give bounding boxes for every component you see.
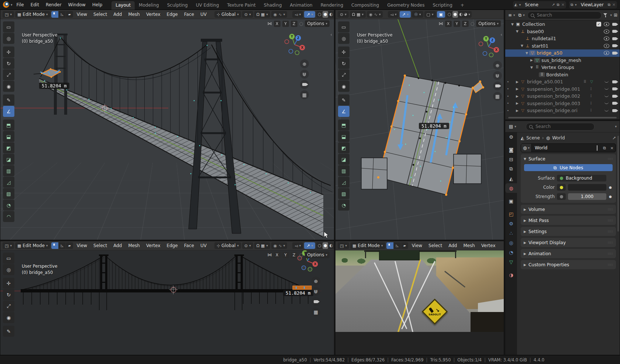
chevron-down-icon[interactable]: ▼: [510, 22, 515, 26]
show-overlays-dropdown[interactable]: ◅▾: [388, 11, 399, 18]
tool-cursor[interactable]: ◎: [338, 33, 349, 44]
tool-rotate[interactable]: ↻: [338, 58, 349, 69]
workspace-tab-animation[interactable]: Animation: [286, 1, 317, 10]
editor-type-button[interactable]: ◳▾: [3, 11, 14, 18]
menu-edit[interactable]: Edit: [27, 1, 42, 8]
color-socket[interactable]: [557, 184, 566, 191]
options-dropdown[interactable]: Options▾: [305, 252, 330, 258]
navbtn-hand[interactable]: ⋓: [493, 71, 502, 80]
menu-uv[interactable]: UV: [198, 12, 209, 17]
menu-render[interactable]: Render: [42, 1, 65, 8]
tool-smooth[interactable]: ◠: [3, 211, 14, 222]
outliner-row-bordstein[interactable]: ⠿Bordstein: [505, 71, 620, 79]
gizmo-toggle[interactable]: ↗▾: [304, 242, 315, 249]
tool-move[interactable]: ✢: [338, 46, 349, 58]
tool-measure[interactable]: ∠: [338, 106, 349, 117]
mirror-z-button[interactable]: Z: [291, 252, 297, 258]
tool-loop-cut[interactable]: ▥: [3, 165, 14, 176]
properties-tab-object[interactable]: ◰: [505, 209, 517, 219]
scene-selector[interactable]: ◭▾ Scene ⊸ ⧉ ×: [513, 1, 566, 8]
collection-checkbox[interactable]: ✓: [596, 22, 601, 27]
panel-grip[interactable]: ∷∷: [608, 157, 613, 161]
rendered-shading-icon[interactable]: ◕: [464, 11, 468, 18]
viewport-bottom-right[interactable]: ◳▾▦Edit Mode▾▘◺▰ViewSelectAddMeshVertex …: [335, 241, 504, 355]
tool-knife[interactable]: ◿: [338, 177, 349, 188]
animate-dot-icon[interactable]: ●: [609, 195, 612, 198]
tool-select-box[interactable]: ▭: [3, 21, 14, 32]
outliner-row-suspension-bridge-001[interactable]: •▶▽suspension_bridge.001⠇: [505, 86, 620, 93]
mirror-y-button[interactable]: Y: [282, 252, 289, 258]
solid-shading-icon[interactable]: ●: [323, 242, 328, 249]
workspace-tab-layout[interactable]: Layout: [111, 1, 135, 10]
face-select-button[interactable]: ▰: [66, 11, 73, 18]
navigation-gizmo[interactable]: XYZ: [475, 34, 502, 61]
menu-add[interactable]: Add: [111, 12, 124, 17]
properties-tab-view-layer[interactable]: ⧉: [505, 164, 517, 174]
options-dropdown[interactable]: Options▾: [305, 20, 330, 27]
camera-visibility-icon[interactable]: [612, 44, 617, 47]
chevron-down-icon[interactable]: ▼: [515, 30, 520, 33]
eye-open-icon[interactable]: [604, 51, 609, 55]
chevron-down-icon[interactable]: ▼: [520, 44, 524, 48]
duplicate-viewlayer-icon[interactable]: ⧉: [608, 3, 610, 7]
tool-transform[interactable]: ◉: [3, 312, 14, 323]
panel-settings[interactable]: ▶Settings∷∷: [521, 227, 616, 236]
outliner-row-vertex-groups[interactable]: ▼⠿Vertex Groups: [505, 64, 620, 71]
snap-orb-dropdown[interactable]: ☉▾: [412, 11, 423, 18]
properties-tab-object-data[interactable]: ▽: [505, 257, 517, 267]
surface-panel-header[interactable]: ▼ Surface ∷∷: [521, 155, 616, 163]
properties-tab-render[interactable]: ◙: [505, 145, 517, 155]
snap-controls[interactable]: Ω▦▾: [254, 242, 270, 249]
tool-scale[interactable]: ⤢: [3, 301, 14, 312]
mirror-x-button[interactable]: X: [274, 252, 280, 258]
workspace-tab-uv-editing[interactable]: UV Editing: [192, 1, 223, 10]
search-input[interactable]: [536, 12, 599, 18]
display-mode-dropdown[interactable]: ≡▾: [507, 12, 516, 18]
tool-poly-build[interactable]: ▧: [3, 188, 14, 199]
menu-vertex[interactable]: Vertex: [144, 12, 163, 17]
outliner-row-suspension-bridge-ori[interactable]: •▶▽suspension_bridge.ori⠇: [505, 107, 620, 114]
eye-open-icon[interactable]: [604, 30, 609, 34]
tool-inset-faces[interactable]: ◩: [338, 142, 349, 153]
wireframe-shading-icon[interactable]: ○: [318, 11, 321, 18]
material-shading-icon[interactable]: ◐: [459, 11, 463, 18]
navbtn-hand[interactable]: ⋓: [300, 70, 309, 79]
eye-closed-icon[interactable]: [604, 80, 609, 83]
menu-view[interactable]: View: [74, 243, 90, 248]
edge-select-button[interactable]: ◺: [394, 242, 401, 249]
properties-tab-constraints[interactable]: ◔: [505, 247, 517, 257]
options-dropdown[interactable]: Options▾: [476, 20, 501, 27]
workspace-tab-geometry-nodes[interactable]: Geometry Nodes: [383, 1, 428, 10]
strength-socket[interactable]: [557, 193, 566, 200]
viewport-bottom-left[interactable]: ◳▾▦Edit Mode▾▘◺▰ViewSelectAddMeshVertexE…: [0, 241, 334, 355]
breadcrumb-scene[interactable]: Scene: [526, 135, 540, 141]
panel-grip[interactable]: ∷∷: [608, 241, 613, 245]
outliner-row-suspension-bridge-003[interactable]: •▶▽suspension_bridge.003⠇: [505, 100, 620, 107]
eye-open-icon[interactable]: [604, 22, 609, 26]
properties-tab-particles[interactable]: ∴: [505, 228, 517, 238]
eye-closed-icon[interactable]: [604, 109, 609, 111]
properties-tab-collection[interactable]: ▣: [505, 196, 517, 206]
fake-user-button[interactable]: [593, 146, 601, 150]
panel-custom-properties[interactable]: ▶Custom Properties∷∷: [521, 260, 616, 269]
editor-type-button[interactable]: ◳▾: [338, 242, 349, 249]
camera-visibility-icon[interactable]: [612, 23, 617, 26]
navbtn-camera-view[interactable]: [311, 297, 320, 306]
gizmo-toggle[interactable]: ↗▾: [400, 11, 411, 18]
properties-scrollbar[interactable]: [617, 136, 619, 232]
panel-grip[interactable]: ∷∷: [608, 219, 613, 222]
tool-add-cube[interactable]: ⬒: [338, 119, 349, 131]
outliner-row-bridge-a50-001[interactable]: •▶▽bridge_a50.001⠿▽: [505, 78, 620, 86]
menu-edge[interactable]: Edge: [164, 12, 180, 17]
outliner-row-base00[interactable]: ▼⊥base00: [505, 28, 620, 35]
mirror-x-button[interactable]: X: [274, 21, 280, 27]
menu-mesh[interactable]: Mesh: [125, 12, 142, 17]
filter-type-dropdown[interactable]: ⧉▾: [518, 12, 526, 18]
world-datablock-dropdown[interactable]: ◍▾: [521, 144, 532, 152]
pivot-dropdown[interactable]: ⊙▾: [242, 242, 253, 249]
solid-shading-icon[interactable]: ●: [323, 11, 328, 18]
strength-slider[interactable]: 1.000: [568, 193, 606, 200]
pivot-dropdown[interactable]: ⊙▾: [338, 11, 349, 18]
chevron-right-icon[interactable]: ▶: [515, 94, 520, 98]
tool-scale[interactable]: ⤢: [338, 69, 349, 80]
